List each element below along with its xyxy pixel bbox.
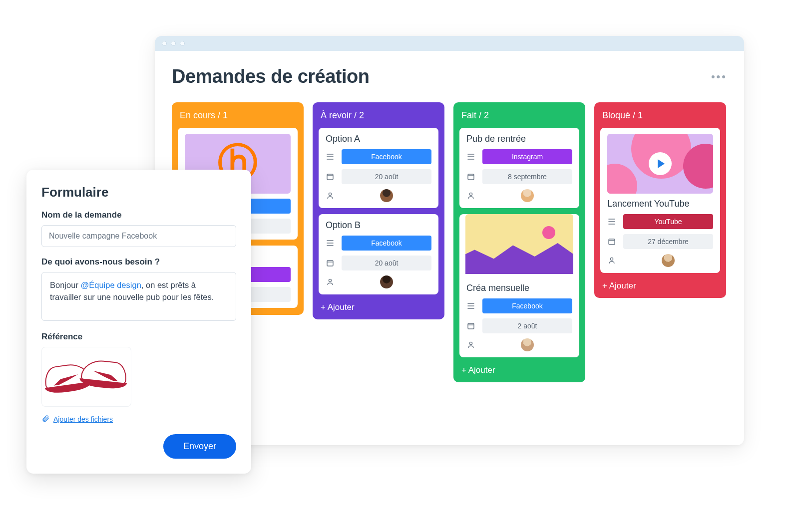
- name-label: Nom de la demande: [41, 210, 236, 220]
- date-pill: 20 août: [342, 256, 431, 270]
- request-description-input[interactable]: Bonjour @Équipe design, on est prêts à t…: [41, 272, 236, 321]
- date-pill: 8 septembre: [482, 169, 572, 184]
- person-icon: [607, 257, 616, 265]
- kanban-card[interactable]: Créa mensuelle Facebook 2 août: [459, 214, 579, 357]
- channel-pill: Instagram: [482, 149, 572, 164]
- person-icon: [326, 278, 335, 286]
- svg-point-9: [469, 342, 472, 344]
- kanban-card[interactable]: Option A Facebook 20 août: [319, 128, 438, 208]
- assignee-avatar: [521, 338, 534, 351]
- date-pill: 27 décembre: [623, 234, 713, 249]
- assignee-avatar: [662, 254, 675, 267]
- board-title: Demandes de création: [172, 66, 369, 87]
- list-icon: [326, 153, 335, 161]
- add-card-button[interactable]: + Ajouter: [459, 363, 579, 375]
- window-titlebar: [155, 36, 744, 51]
- list-icon: [466, 302, 475, 310]
- reference-label: Référence: [41, 332, 236, 342]
- person-icon: [326, 192, 335, 200]
- svg-point-11: [610, 258, 613, 260]
- svg-rect-2: [327, 174, 333, 180]
- add-card-button[interactable]: + Ajouter: [600, 279, 720, 291]
- play-icon[interactable]: [649, 152, 672, 175]
- kanban-card[interactable]: Pub de rentrée Instagram 8 septembre: [459, 128, 579, 208]
- more-menu-icon[interactable]: •••: [711, 70, 727, 83]
- channel-pill: Facebook: [342, 236, 431, 251]
- card-title: Lancement YouTube: [607, 199, 713, 209]
- svg-rect-4: [327, 261, 333, 266]
- reference-thumbnail[interactable]: [41, 347, 131, 407]
- column-header: Fait / 2: [459, 108, 579, 122]
- svg-rect-8: [468, 323, 474, 329]
- column-bloque: Bloqué / 1 Lancement YouTube YouTube 27 …: [594, 102, 726, 298]
- calendar-icon: [607, 238, 616, 246]
- list-icon: [466, 153, 475, 161]
- attach-files-link[interactable]: Ajouter des fichiers: [53, 415, 113, 423]
- mention-chip[interactable]: @Équipe design: [80, 280, 141, 289]
- list-icon: [326, 239, 335, 247]
- svg-point-3: [329, 193, 331, 195]
- assignee-avatar: [380, 189, 393, 202]
- date-pill: 20 août: [342, 169, 431, 184]
- svg-point-7: [469, 193, 472, 195]
- window-dot: [171, 41, 176, 46]
- form-panel: Formulaire Nom de la demande De quoi avo…: [26, 170, 251, 474]
- assignee-avatar: [380, 275, 393, 288]
- board-header: Demandes de création •••: [172, 66, 727, 87]
- kanban-card[interactable]: Lancement YouTube YouTube 27 décembre: [600, 128, 720, 273]
- window-dot: [180, 41, 185, 46]
- calendar-icon: [466, 322, 475, 330]
- column-fait: Fait / 2 Pub de rentrée Instagram 8 sept…: [453, 102, 585, 382]
- column-a-revoir: À revoir / 2 Option A Facebook 20 août: [313, 102, 444, 319]
- svg-point-5: [329, 279, 331, 281]
- kanban-card[interactable]: Option B Facebook 20 août: [319, 214, 438, 294]
- column-header: À revoir / 2: [319, 108, 438, 122]
- card-image: [465, 214, 573, 274]
- channel-pill: Facebook: [342, 149, 431, 164]
- card-title: Créa mensuelle: [466, 283, 572, 293]
- submit-button[interactable]: Envoyer: [163, 434, 236, 459]
- calendar-icon: [326, 259, 335, 267]
- need-text-prefix: Bonjour: [50, 280, 80, 289]
- svg-rect-6: [468, 174, 474, 180]
- calendar-icon: [326, 173, 335, 181]
- column-header: Bloqué / 1: [600, 108, 720, 122]
- person-icon: [466, 192, 475, 200]
- card-title: Option B: [326, 220, 431, 231]
- window-dot: [162, 41, 167, 46]
- list-icon: [607, 218, 616, 226]
- channel-pill: Facebook: [482, 298, 572, 313]
- card-video-preview[interactable]: [607, 134, 713, 194]
- date-pill: 2 août: [482, 318, 572, 333]
- card-title: Pub de rentrée: [466, 134, 572, 144]
- person-icon: [466, 341, 475, 349]
- kanban-columns: En cours / 1 ⓗ ok: [172, 102, 727, 382]
- add-card-button[interactable]: + Ajouter: [319, 300, 438, 312]
- request-name-input[interactable]: [41, 225, 236, 247]
- assignee-avatar: [521, 189, 534, 202]
- channel-pill: YouTube: [623, 214, 713, 229]
- form-heading: Formulaire: [41, 185, 236, 200]
- shoe-graphic: [79, 355, 129, 390]
- calendar-icon: [466, 173, 475, 181]
- paperclip-icon: [41, 415, 49, 424]
- column-header: En cours / 1: [178, 108, 298, 122]
- need-label: De quoi avons-nous besoin ?: [41, 257, 236, 267]
- card-title: Option A: [326, 134, 431, 144]
- svg-rect-10: [609, 239, 615, 245]
